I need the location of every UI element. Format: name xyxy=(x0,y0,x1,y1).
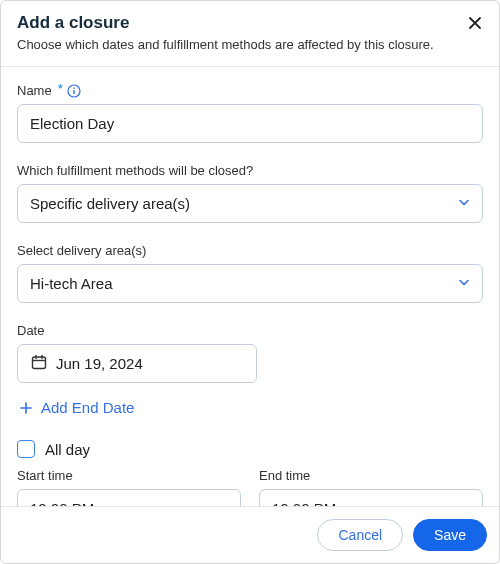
end-time-input[interactable] xyxy=(259,489,483,506)
add-end-date-label: Add End Date xyxy=(41,399,134,416)
date-input[interactable]: Jun 19, 2024 xyxy=(17,344,257,383)
svg-rect-1 xyxy=(73,90,74,94)
close-icon xyxy=(467,15,483,31)
dialog-subtitle: Choose which dates and fulfillment metho… xyxy=(17,37,483,52)
allday-label: All day xyxy=(45,441,90,458)
add-closure-dialog: Add a closure Choose which dates and ful… xyxy=(0,0,500,564)
delivery-area-select[interactable]: Hi-tech Area xyxy=(17,264,483,303)
start-time-label: Start time xyxy=(17,468,241,483)
end-time-col: End time xyxy=(259,468,483,506)
time-row: Start time End time xyxy=(17,468,483,506)
delivery-area-section: Select delivery area(s) Hi-tech Area xyxy=(17,243,483,303)
close-button[interactable] xyxy=(463,11,487,35)
svg-rect-2 xyxy=(73,87,74,88)
dialog-title: Add a closure xyxy=(17,13,483,33)
dialog-footer: Cancel Save xyxy=(1,506,499,563)
plus-icon xyxy=(19,401,33,415)
fulfillment-section: Which fulfillment methods will be closed… xyxy=(17,163,483,223)
allday-checkbox[interactable] xyxy=(17,440,35,458)
required-asterisk: * xyxy=(58,82,63,95)
date-value: Jun 19, 2024 xyxy=(56,355,143,372)
name-label-text: Name xyxy=(17,83,52,98)
cancel-button[interactable]: Cancel xyxy=(317,519,403,551)
name-section: Name * xyxy=(17,83,483,143)
fulfillment-value: Specific delivery area(s) xyxy=(17,184,483,223)
allday-row: All day xyxy=(17,440,483,458)
save-button[interactable]: Save xyxy=(413,519,487,551)
date-label: Date xyxy=(17,323,483,338)
start-time-col: Start time xyxy=(17,468,241,506)
dialog-header: Add a closure Choose which dates and ful… xyxy=(1,1,499,67)
add-end-date-button[interactable]: Add End Date xyxy=(17,395,136,420)
fulfillment-select[interactable]: Specific delivery area(s) xyxy=(17,184,483,223)
calendar-icon xyxy=(30,353,48,374)
dialog-body: Name * Which fulfillment methods will be… xyxy=(1,67,499,506)
name-input[interactable] xyxy=(17,104,483,143)
name-label: Name * xyxy=(17,83,483,98)
end-time-label: End time xyxy=(259,468,483,483)
info-icon[interactable] xyxy=(67,84,81,98)
delivery-area-label: Select delivery area(s) xyxy=(17,243,483,258)
start-time-input[interactable] xyxy=(17,489,241,506)
fulfillment-label: Which fulfillment methods will be closed… xyxy=(17,163,483,178)
svg-rect-3 xyxy=(33,357,46,369)
date-section: Date Jun 19, 2024 Add End Date xyxy=(17,323,483,420)
delivery-area-value: Hi-tech Area xyxy=(17,264,483,303)
